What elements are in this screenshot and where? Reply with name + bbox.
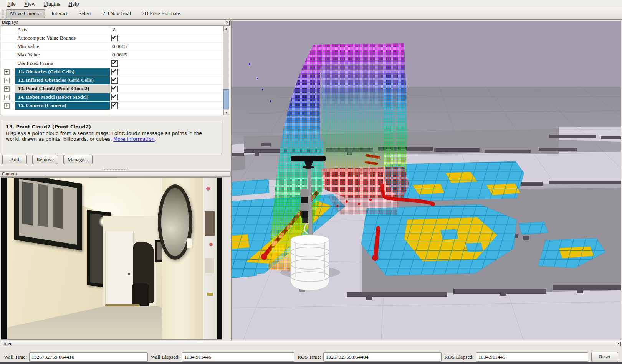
wall-time-label: Wall Time: (4, 354, 27, 360)
ros-time-field: ROS Time: (298, 352, 442, 362)
checkbox-checked-icon[interactable] (111, 60, 118, 67)
property-name: Axis (17, 26, 27, 33)
camera-panel-title: Camera (0, 171, 231, 177)
checkbox-checked-icon[interactable] (111, 94, 118, 100)
rviz-window: File View Plugins Help Move Camera Inter… (0, 0, 622, 364)
scroll-up-icon[interactable]: ▲ (223, 26, 229, 31)
expand-plus-icon[interactable] (4, 86, 10, 92)
menu-help[interactable]: Help (65, 0, 82, 8)
wall-frame-large (14, 177, 82, 250)
menu-bar: File View Plugins Help (0, 0, 622, 8)
tool-select[interactable]: Select (74, 9, 96, 18)
render-view-3d[interactable] (231, 21, 621, 340)
hall-door (105, 231, 134, 306)
property-name: Autocompute Value Bounds (17, 35, 76, 41)
checkbox-checked-icon[interactable] (111, 102, 118, 109)
menu-file[interactable]: File (4, 0, 19, 8)
more-information-link[interactable]: More Information (113, 136, 154, 142)
tool-bar: Move Camera Interact Select 2D Nav Goal … (0, 8, 622, 19)
tool-2d-nav-goal[interactable]: 2D Nav Goal (98, 9, 136, 18)
display-item-label: 15. Camera (Camera) (18, 102, 66, 109)
add-button[interactable]: Add (2, 155, 27, 164)
wall-elapsed-field: Wall Elapsed: (151, 352, 295, 362)
checkbox-checked-icon[interactable] (111, 77, 118, 84)
ros-elapsed-label: ROS Elapsed: (445, 354, 474, 360)
description-heading: 13. Point Cloud2 (Point Cloud2) (6, 124, 217, 130)
display-item-camera[interactable]: 15. Camera (Camera) (1, 102, 230, 110)
expand-plus-icon[interactable] (4, 103, 10, 109)
light-switch (187, 238, 192, 248)
round-mirror (158, 184, 192, 260)
window-bottom-edge (0, 362, 622, 364)
description-body: Displays a point cloud from a sensor_msg… (6, 130, 202, 142)
tool-interact[interactable]: Interact (47, 9, 72, 18)
scrollbar-thumb[interactable] (223, 89, 229, 109)
description-suffix: . (155, 136, 156, 142)
camera-image-panel[interactable] (1, 177, 222, 340)
displays-title-label: Displays (2, 20, 18, 25)
property-row[interactable]: Max Value 0.0615 (1, 51, 230, 59)
property-row[interactable]: Use Fixed Frame (1, 59, 230, 68)
time-title-label: Time (2, 341, 11, 346)
remove-button[interactable]: Remove (32, 155, 58, 164)
hallway-photo (7, 178, 217, 340)
checkbox-checked-icon[interactable] (111, 69, 118, 75)
scene-3d (232, 21, 621, 340)
property-row[interactable]: Autocompute Value Bounds (1, 34, 230, 43)
tree-scrollbar[interactable]: ▲ ▼ (223, 26, 229, 115)
ros-elapsed-input[interactable] (476, 352, 588, 362)
display-item-robot-model[interactable]: 14. Robot Model (Robot Model) (1, 93, 230, 102)
display-item-label: 11. Obstacles (Grid Cells) (18, 69, 74, 75)
tool-move-camera[interactable]: Move Camera (6, 9, 45, 18)
property-value[interactable]: Z (112, 26, 116, 33)
display-item-point-cloud2[interactable]: 13. Point Cloud2 (Point Cloud2) (1, 85, 230, 93)
wall-elapsed-label: Wall Elapsed: (151, 354, 180, 360)
expand-plus-icon[interactable] (4, 78, 10, 83)
panel-splitter-handle[interactable] (104, 167, 127, 170)
camera-title-label: Camera (2, 172, 17, 176)
toolbar-drag-handle[interactable] (2, 10, 4, 18)
ros-time-label: ROS Time: (298, 354, 321, 360)
property-row[interactable]: Axis Z (1, 26, 230, 34)
display-item-label: 12. Inflated Obstacles (Grid Cells) (18, 77, 94, 83)
expand-plus-icon[interactable] (4, 69, 10, 75)
menu-view[interactable]: View (21, 0, 39, 8)
property-name: Use Fixed Frame (17, 60, 53, 66)
property-name: Max Value (17, 52, 40, 58)
wall-elapsed-input[interactable] (182, 352, 294, 362)
property-value[interactable]: 0.0615 (112, 52, 127, 58)
wall-time-input[interactable] (29, 352, 147, 362)
property-value[interactable]: 0.0615 (112, 43, 127, 49)
property-name: Min Value (17, 43, 39, 49)
manage-button[interactable]: Manage... (63, 155, 93, 164)
sky (232, 21, 621, 85)
refrigerator (203, 178, 217, 340)
photo-right-bar (217, 178, 222, 340)
display-item-obstacles[interactable]: 11. Obstacles (Grid Cells) (1, 68, 230, 76)
display-item-label: 13. Point Cloud2 (Point Cloud2) (18, 86, 89, 92)
displays-buttons: Add Remove Manage... (2, 155, 93, 164)
menu-plugins[interactable]: Plugins (40, 0, 63, 8)
time-panel: Wall Time: Wall Elapsed: ROS Time: ROS E… (0, 346, 622, 362)
scroll-down-icon[interactable]: ▼ (223, 110, 229, 115)
expand-plus-icon[interactable] (4, 95, 10, 100)
checkbox-checked-icon[interactable] (111, 35, 118, 41)
displays-tree: Axis Z Autocompute Value Bounds Min Valu… (1, 25, 230, 115)
ros-time-input[interactable] (323, 352, 441, 362)
wall-time-field: Wall Time: (4, 352, 148, 362)
display-item-inflated-obstacles[interactable]: 12. Inflated Obstacles (Grid Cells) (1, 76, 230, 85)
ros-elapsed-field: ROS Elapsed: (445, 352, 589, 362)
display-item-label: 14. Robot Model (Robot Model) (18, 94, 88, 100)
display-description: 13. Point Cloud2 (Point Cloud2) Displays… (1, 120, 222, 154)
displays-panel-title: Displays ✕ (0, 20, 231, 25)
checkbox-checked-icon[interactable] (111, 86, 118, 92)
time-panel-title: Time ✕ (0, 341, 622, 346)
reset-button[interactable]: Reset (591, 352, 618, 362)
property-row[interactable]: Min Value 0.0615 (1, 43, 230, 51)
tool-2d-pose-estimate[interactable]: 2D Pose Estimate (137, 9, 184, 18)
